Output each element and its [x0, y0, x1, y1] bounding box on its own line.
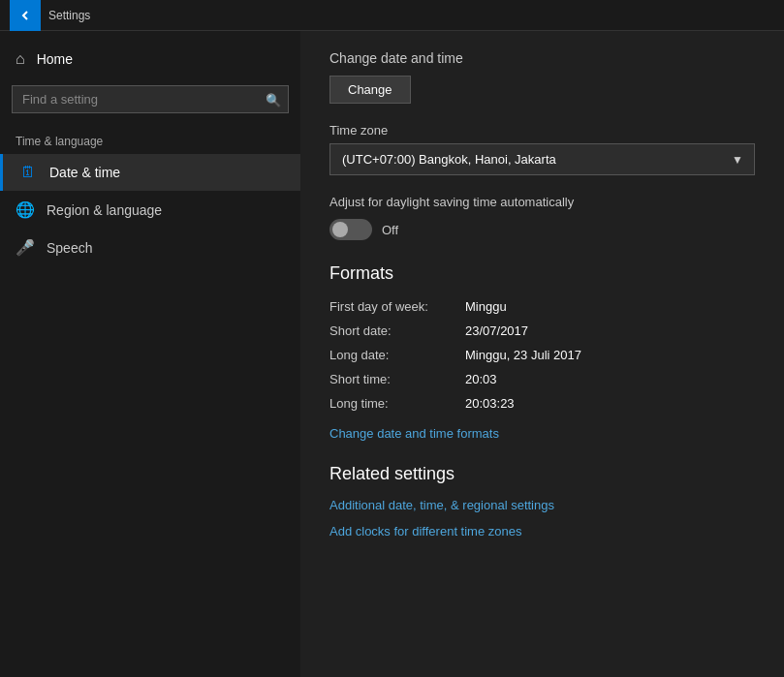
sidebar-item-date-time-label: Date & time	[49, 165, 120, 180]
long-time-key: Long time:	[329, 396, 465, 411]
sidebar: ⌂ Home 🔍 Time & language 🗓 Date & time 🌐…	[0, 31, 300, 677]
speech-icon: 🎤	[16, 238, 35, 257]
change-formats-link[interactable]: Change date and time formats	[329, 426, 499, 441]
format-short-date: Short date: 23/07/2017	[329, 323, 755, 338]
first-day-val: Minggu	[465, 299, 507, 314]
timezone-label: Time zone	[329, 123, 755, 138]
dst-toggle[interactable]	[329, 219, 372, 240]
content-area: Change date and time Change Time zone (U…	[300, 31, 784, 677]
format-long-time: Long time: 20:03:23	[329, 396, 755, 411]
sidebar-item-date-time[interactable]: 🗓 Date & time	[0, 154, 300, 191]
timezone-select[interactable]: (UTC+07:00) Bangkok, Hanoi, Jakarta	[329, 143, 755, 175]
adjust-dst-label: Adjust for daylight saving time automati…	[329, 195, 755, 209]
long-time-val: 20:03:23	[465, 396, 515, 411]
formats-heading: Formats	[329, 263, 755, 284]
main-layout: ⌂ Home 🔍 Time & language 🗓 Date & time 🌐…	[0, 31, 784, 677]
search-icon: 🔍	[266, 92, 281, 107]
change-button[interactable]: Change	[329, 76, 411, 104]
first-day-key: First day of week:	[329, 299, 465, 314]
short-time-key: Short time:	[329, 372, 465, 386]
home-icon: ⌂	[16, 50, 25, 68]
toggle-state-label: Off	[382, 223, 398, 237]
sidebar-section-label: Time & language	[0, 121, 300, 154]
sidebar-item-home[interactable]: ⌂ Home	[0, 41, 300, 77]
timezone-select-wrapper: (UTC+07:00) Bangkok, Hanoi, Jakarta ▼	[329, 143, 755, 175]
related-settings-heading: Related settings	[329, 464, 755, 484]
long-date-val: Minggu, 23 Juli 2017	[465, 348, 581, 362]
long-date-key: Long date:	[329, 348, 465, 362]
sidebar-item-speech-label: Speech	[47, 240, 92, 256]
short-date-key: Short date:	[329, 323, 465, 338]
sidebar-item-region-language[interactable]: 🌐 Region & language	[0, 191, 300, 229]
related-link-add-clocks[interactable]: Add clocks for different time zones	[329, 524, 755, 539]
format-long-date: Long date: Minggu, 23 Juli 2017	[329, 348, 755, 362]
window-title: Settings	[48, 9, 90, 22]
short-date-val: 23/07/2017	[465, 323, 528, 338]
sidebar-item-speech[interactable]: 🎤 Speech	[0, 229, 300, 266]
title-bar: Settings	[0, 0, 784, 31]
short-time-val: 20:03	[465, 372, 497, 386]
home-label: Home	[37, 51, 73, 67]
change-datetime-label: Change date and time	[329, 50, 755, 66]
back-button[interactable]	[10, 0, 41, 31]
search-box: 🔍	[12, 85, 289, 113]
region-icon: 🌐	[16, 200, 35, 219]
format-short-time: Short time: 20:03	[329, 372, 755, 386]
calendar-icon: 🗓	[18, 164, 38, 181]
format-first-day: First day of week: Minggu	[329, 299, 755, 314]
related-link-additional[interactable]: Additional date, time, & regional settin…	[329, 498, 755, 512]
search-input[interactable]	[12, 85, 289, 113]
toggle-thumb	[332, 222, 348, 237]
dst-toggle-row: Off	[329, 219, 755, 240]
sidebar-item-region-label: Region & language	[47, 202, 162, 218]
